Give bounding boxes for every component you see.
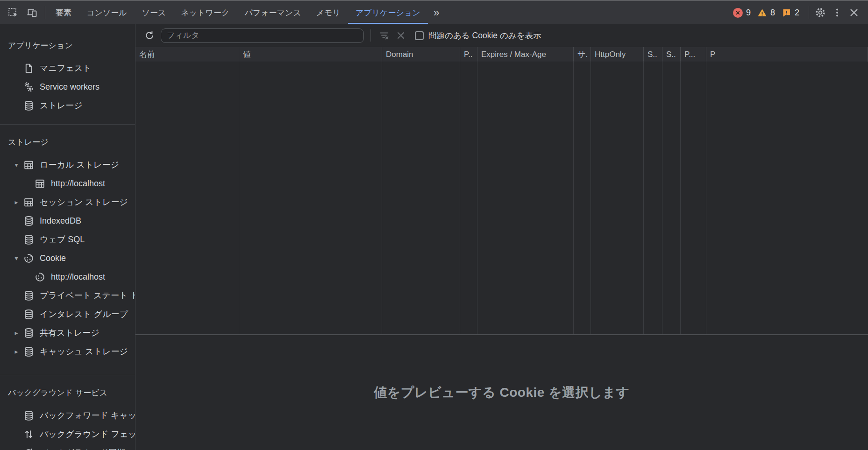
tab-network[interactable]: ネットワーク (173, 1, 237, 24)
cookie-preview-pane: 値をプレビューする Cookie を選択します (135, 335, 868, 450)
tab-application[interactable]: アプリケーション (348, 1, 428, 24)
sidebar-item-manifest[interactable]: マニフェスト (0, 59, 135, 77)
table-column-header-10[interactable]: P (706, 47, 868, 62)
sidebar-item-label: マニフェスト (40, 63, 92, 74)
sidebar-item-label: キャッシュ ストレージ (40, 346, 128, 357)
more-tabs-chevron-icon[interactable]: » (428, 1, 445, 24)
table-column-header-5[interactable]: サ. (574, 47, 591, 62)
refresh-icon[interactable] (141, 27, 158, 44)
clear-filter-icon[interactable] (376, 27, 392, 44)
sidebar-section-title: アプリケーション (0, 36, 135, 55)
sidebar-item-label: セッション ストレージ (40, 197, 128, 208)
devtools-window: 要素コンソールソースネットワークパフォーマンスメモリアプリケーション » 9 (0, 0, 868, 450)
warning-badge[interactable]: 8 (757, 8, 775, 18)
chevron-right-icon[interactable]: ▸ (10, 348, 22, 355)
tab-console[interactable]: コンソール (79, 1, 135, 24)
device-toolbar-icon[interactable] (23, 4, 40, 21)
sidebar-item-session-storage[interactable]: ▸セッション ストレージ (0, 193, 135, 211)
table-icon (22, 159, 35, 171)
issues-icon (782, 8, 791, 18)
database-icon (22, 345, 35, 358)
preview-placeholder-message: 値をプレビューする Cookie を選択します (374, 384, 630, 401)
sidebar-item-indexeddb[interactable]: IndexedDB (0, 211, 135, 230)
database-icon (22, 215, 35, 227)
table-icon (22, 196, 35, 208)
chevron-down-icon[interactable]: ▾ (10, 161, 22, 169)
table-column-header-1[interactable]: 値 (239, 47, 382, 62)
panel-tabs: 要素コンソールソースネットワークパフォーマンスメモリアプリケーション (48, 1, 428, 24)
sidebar-item-background-fetch[interactable]: バックグラウンド フェッチ (0, 425, 135, 443)
cookie-icon (22, 252, 35, 264)
database-icon (22, 327, 35, 339)
sidebar-item-label: プライベート ステート トークン (40, 290, 135, 301)
sidebar-item-cookies[interactable]: ▾Cookie (0, 249, 135, 267)
database-icon (22, 233, 35, 246)
table-column-body-5 (574, 62, 591, 334)
chevron-down-icon[interactable]: ▾ (10, 254, 22, 262)
table-column-body-8 (662, 62, 681, 334)
issues-only-checkbox-label[interactable]: 問題のある Cookie のみを表示 (428, 30, 541, 41)
tab-elements[interactable]: 要素 (48, 1, 79, 24)
database-icon (22, 308, 35, 320)
sidebar-item-cookies-localhost[interactable]: http://localhost (0, 267, 135, 286)
sidebar-item-local-storage[interactable]: ▾ローカル ストレージ (0, 155, 135, 174)
error-badge[interactable]: 9 (733, 8, 751, 18)
tab-performance[interactable]: パフォーマンス (237, 1, 308, 24)
table-column-body-7 (644, 62, 662, 334)
filter-input[interactable] (161, 28, 364, 43)
table-column-body-10 (706, 62, 868, 334)
application-sidebar: アプリケーションマニフェストService workersストレージストレージ▾… (0, 24, 135, 450)
tabbar-left-tools (0, 1, 42, 24)
sidebar-item-back-forward-cache[interactable]: バックフォワード キャッシュ (0, 406, 135, 425)
sidebar-item-label: バックグラウンド同期 (40, 447, 125, 450)
cookies-table-header: 名前値DomainP..Expires / Max-Ageサ.HttpOnlyS… (135, 47, 868, 62)
error-count: 9 (746, 8, 751, 18)
table-column-header-0[interactable]: 名前 (135, 47, 239, 62)
tab-sources[interactable]: ソース (135, 1, 174, 24)
sidebar-item-web-sql[interactable]: ウェブ SQL (0, 230, 135, 249)
chevron-right-icon[interactable]: ▸ (10, 198, 22, 206)
table-column-body-0 (135, 62, 239, 334)
sync-icon (22, 447, 35, 450)
warning-icon (757, 8, 767, 18)
sidebar-item-interest-groups[interactable]: インタレスト グループ (0, 305, 135, 323)
sidebar-item-shared-storage[interactable]: ▸共有ストレージ (0, 323, 135, 342)
delete-all-icon[interactable] (392, 27, 409, 44)
sidebar-item-label: バックフォワード キャッシュ (40, 410, 135, 421)
kebab-menu-icon[interactable] (829, 4, 846, 21)
sidebar-item-cache-storage[interactable]: ▸キャッシュ ストレージ (0, 342, 135, 361)
table-column-header-4[interactable]: Expires / Max-Age (477, 47, 574, 62)
sidebar-item-label: ストレージ (40, 100, 83, 111)
gears-icon (22, 81, 35, 93)
sidebar-section-divider (0, 375, 135, 375)
error-icon (733, 8, 743, 18)
chevron-right-icon[interactable]: ▸ (10, 329, 22, 337)
issues-only-checkbox[interactable] (415, 31, 424, 40)
warning-count: 8 (770, 8, 775, 18)
table-column-header-9[interactable]: P... (681, 47, 706, 62)
settings-gear-icon[interactable] (812, 4, 829, 21)
cookies-pane: 問題のある Cookie のみを表示 名前値DomainP..Expires /… (135, 24, 868, 450)
sidebar-item-private-state-tokens[interactable]: プライベート ステート トークン (0, 286, 135, 305)
close-icon[interactable] (846, 4, 862, 21)
issues-badge[interactable]: 2 (782, 8, 799, 18)
sidebar-item-service-workers[interactable]: Service workers (0, 77, 135, 96)
tabbar-divider (809, 6, 809, 19)
sidebar-item-local-storage-localhost[interactable]: http://localhost (0, 174, 135, 193)
table-column-header-6[interactable]: HttpOnly (591, 47, 644, 62)
table-column-body-4 (477, 62, 574, 334)
inspect-element-icon[interactable] (5, 4, 21, 21)
sidebar-item-label: バックグラウンド フェッチ (40, 429, 135, 440)
document-icon (22, 62, 35, 74)
sidebar-item-storage[interactable]: ストレージ (0, 96, 135, 115)
table-column-header-7[interactable]: S.. (644, 47, 662, 62)
updown-icon (22, 428, 35, 440)
table-column-header-2[interactable]: Domain (382, 47, 460, 62)
tabbar-divider (45, 6, 45, 19)
table-column-header-8[interactable]: S.. (662, 47, 681, 62)
table-column-header-3[interactable]: P.. (460, 47, 477, 62)
sidebar-item-label: Cookie (40, 253, 66, 263)
tab-memory[interactable]: メモリ (309, 1, 348, 24)
sidebar-item-background-sync[interactable]: バックグラウンド同期 (0, 443, 135, 450)
sidebar-item-label: 共有ストレージ (40, 327, 100, 338)
